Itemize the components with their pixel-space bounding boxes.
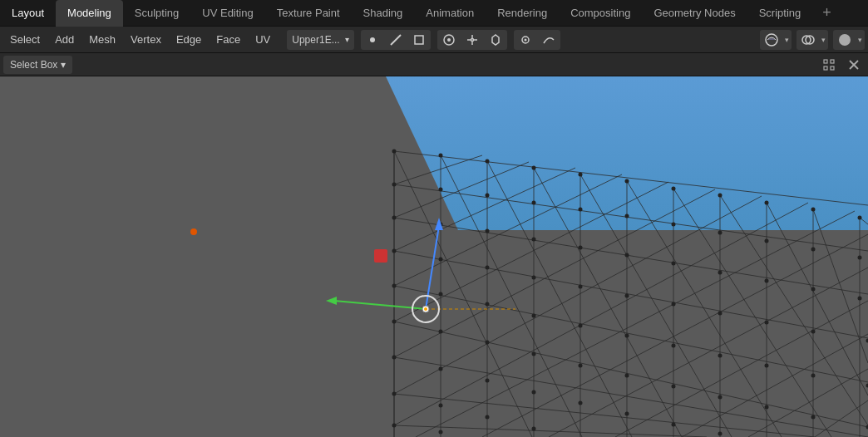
- svg-point-74: [858, 216, 862, 220]
- svg-point-66: [486, 160, 490, 164]
- tab-modeling[interactable]: Modeling: [56, 0, 123, 27]
- tab-geometry-nodes[interactable]: Geometry Nodes: [642, 0, 747, 27]
- shading-dropdown-arrow: ▾: [821, 36, 828, 44]
- svg-point-108: [392, 284, 397, 288]
- svg-line-44: [673, 189, 831, 437]
- svg-point-136: [672, 423, 676, 427]
- tab-scripting[interactable]: Scripting: [747, 0, 813, 27]
- svg-line-59: [549, 268, 868, 437]
- svg-line-49: [394, 155, 482, 184]
- svg-point-121: [486, 341, 490, 345]
- tab-compositing[interactable]: Compositing: [559, 0, 642, 27]
- add-workspace-button[interactable]: +: [816, 0, 838, 27]
- svg-point-73: [811, 208, 816, 212]
- svg-point-132: [486, 379, 490, 383]
- svg-point-83: [765, 239, 769, 243]
- svg-line-1: [391, 35, 401, 45]
- svg-marker-147: [326, 297, 337, 305]
- svg-point-82: [718, 231, 723, 235]
- select-box-dropdown[interactable]: Select Box ▾: [3, 56, 72, 74]
- svg-point-99: [486, 266, 490, 270]
- tab-rendering[interactable]: Rendering: [486, 0, 559, 27]
- add-menu[interactable]: Add: [48, 30, 81, 50]
- tab-uv-editing[interactable]: UV Editing: [190, 0, 264, 27]
- mesh-menu[interactable]: Mesh: [82, 30, 122, 50]
- svg-point-75: [392, 183, 397, 187]
- svg-point-128: [811, 415, 816, 420]
- svg-point-96: [858, 297, 862, 301]
- svg-point-97: [392, 249, 397, 253]
- edge-menu[interactable]: Edge: [170, 30, 208, 50]
- svg-point-65: [439, 154, 443, 158]
- svg-rect-11: [824, 60, 827, 63]
- svg-point-139: [439, 404, 443, 408]
- svg-point-94: [765, 279, 769, 283]
- svg-point-141: [532, 427, 536, 431]
- svg-point-111: [532, 314, 536, 318]
- solid-shading-btn[interactable]: [833, 30, 856, 50]
- svg-point-116: [765, 364, 769, 368]
- tab-shading[interactable]: Shading: [352, 0, 415, 27]
- tab-texture-paint[interactable]: Texture Paint: [265, 0, 352, 27]
- edge-select-mode-btn[interactable]: [384, 30, 407, 50]
- curve-falloff-btn[interactable]: [537, 30, 560, 50]
- snap-btn[interactable]: [461, 30, 484, 50]
- svg-point-67: [532, 166, 536, 170]
- vertex-select-mode-btn[interactable]: [361, 30, 384, 50]
- svg-point-77: [486, 194, 490, 198]
- svg-point-78: [532, 201, 536, 205]
- snap-options-btn[interactable]: [484, 30, 507, 50]
- proportional-edit-btn[interactable]: [437, 30, 461, 50]
- svg-point-100: [532, 276, 536, 280]
- svg-point-76: [439, 188, 443, 192]
- mesh-select-mode-group: [361, 30, 431, 50]
- face-select-mode-btn[interactable]: [407, 30, 431, 50]
- select-box-row: Select Box ▾: [0, 53, 868, 76]
- select-box-arrow: ▾: [61, 59, 66, 71]
- svg-point-102: [625, 294, 629, 298]
- svg-point-69: [625, 179, 629, 184]
- viewport-shading-group: ▾: [833, 30, 865, 50]
- svg-point-101: [579, 285, 583, 289]
- svg-point-120: [439, 330, 443, 334]
- uv-menu[interactable]: UV: [249, 30, 277, 50]
- svg-point-140: [486, 415, 490, 420]
- tab-sculpting[interactable]: Sculpting: [123, 0, 190, 27]
- svg-point-86: [392, 216, 397, 220]
- viewport-overlay-btn[interactable]: [760, 30, 783, 50]
- tab-layout[interactable]: Layout: [0, 0, 56, 27]
- svg-line-42: [580, 174, 732, 437]
- svg-point-134: [579, 401, 583, 405]
- svg-point-70: [672, 187, 676, 191]
- xray-toggle-btn[interactable]: [796, 30, 820, 50]
- svg-point-84: [811, 248, 816, 252]
- svg-point-95: [811, 287, 816, 292]
- svg-point-89: [532, 238, 536, 242]
- select-menu[interactable]: Select: [3, 30, 47, 50]
- svg-point-109: [439, 292, 443, 297]
- falloff-group: [514, 30, 560, 50]
- grid-snap-btn[interactable]: [818, 55, 840, 75]
- svg-line-60: [615, 301, 868, 437]
- vertex-menu[interactable]: Vertex: [124, 30, 168, 50]
- svg-line-50: [394, 162, 529, 218]
- tab-animation[interactable]: Animation: [414, 0, 486, 27]
- viewport-3d[interactable]: .mesh-line { stroke: #2a2a2a; stroke-wid…: [0, 76, 868, 437]
- svg-point-0: [370, 37, 375, 42]
- close-viewport-btn[interactable]: [843, 55, 865, 75]
- toolbar-right: ▾ ▾ ▾: [760, 30, 865, 50]
- svg-point-105: [765, 321, 769, 325]
- falloff-btn[interactable]: [514, 30, 537, 50]
- face-menu[interactable]: Face: [210, 30, 247, 50]
- shading-group: ▾: [796, 30, 828, 50]
- svg-point-88: [486, 229, 490, 233]
- select-box-right-controls: [818, 55, 865, 75]
- svg-point-98: [439, 258, 443, 262]
- svg-rect-14: [831, 66, 834, 70]
- mesh-overlay: .mesh-line { stroke: #2a2a2a; stroke-wid…: [0, 76, 868, 437]
- svg-point-90: [579, 246, 583, 250]
- svg-point-85: [858, 256, 862, 260]
- mode-dropdown[interactable]: Upper1E... ▾: [287, 30, 353, 50]
- svg-rect-2: [415, 36, 423, 44]
- svg-point-93: [718, 271, 723, 275]
